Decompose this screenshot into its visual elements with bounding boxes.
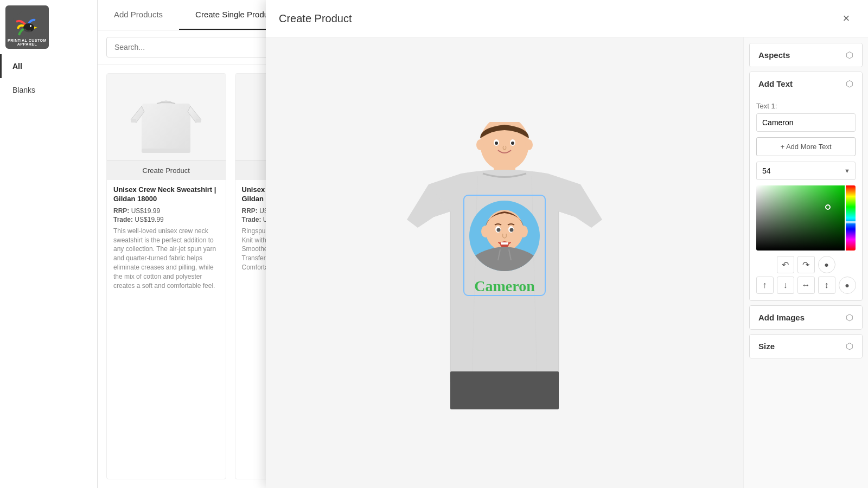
text1-label: Text 1: <box>756 102 856 110</box>
color-picker-dot <box>825 204 831 210</box>
transform-row-1: ↶ ↷ ● <box>777 256 835 273</box>
add-images-section: Add Images ⬡ <box>749 305 863 330</box>
add-images-header[interactable]: Add Images ⬡ <box>750 306 862 329</box>
transform-row-2: ↑ ↓ ↔ ↕ ● <box>756 277 856 294</box>
add-images-icon: ⬡ <box>846 312 853 323</box>
size-title: Size <box>758 342 775 351</box>
add-text-header[interactable]: Add Text ⬡ <box>750 72 862 95</box>
transform-circle-2[interactable]: ● <box>839 277 856 294</box>
svg-rect-20 <box>450 371 559 409</box>
product-preview: Cameron <box>266 37 743 488</box>
svg-point-27 <box>510 228 514 232</box>
size-icon: ⬡ <box>846 341 853 351</box>
modal-title: Create Product <box>279 12 838 25</box>
svg-point-16 <box>511 142 514 145</box>
color-picker[interactable] <box>756 185 856 251</box>
modal-panel: Create Product × <box>266 0 868 488</box>
size-header[interactable]: Size ⬡ <box>750 335 862 358</box>
aspects-section: Aspects ⬡ <box>749 43 863 67</box>
tshirt-preview: Cameron <box>374 122 635 404</box>
add-text-icon: ⬡ <box>846 79 853 89</box>
modal-close-button[interactable]: × <box>838 10 855 27</box>
transform-undo[interactable]: ↶ <box>777 256 794 273</box>
svg-point-15 <box>495 142 498 145</box>
svg-point-30 <box>481 226 490 237</box>
tshirt-svg: Cameron <box>374 122 635 415</box>
modal-overlay: Create Product × <box>0 0 868 488</box>
add-text-title: Add Text <box>758 79 793 88</box>
hue-indicator <box>846 221 856 223</box>
transform-up[interactable]: ↑ <box>756 277 774 294</box>
modal-body: Cameron Aspects ⬡ Add Text ⬡ <box>266 37 868 488</box>
svg-point-18 <box>525 139 533 150</box>
transform-right[interactable]: ↕ <box>818 277 835 294</box>
aspects-header[interactable]: Aspects ⬡ <box>750 43 862 67</box>
aspects-title: Aspects <box>758 50 790 60</box>
transform-controls: ↶ ↷ ● ↑ ↓ ↔ ↕ ● <box>756 256 856 294</box>
transform-down[interactable]: ↓ <box>777 277 794 294</box>
modal-header: Create Product × <box>266 0 868 37</box>
transform-redo[interactable]: ↷ <box>797 256 815 273</box>
transform-left[interactable]: ↔ <box>797 277 815 294</box>
hue-bar[interactable] <box>846 185 856 251</box>
svg-text:Cameron: Cameron <box>474 278 535 294</box>
svg-point-26 <box>497 228 501 232</box>
color-gradient-main[interactable] <box>756 185 845 251</box>
svg-point-31 <box>519 226 528 237</box>
add-images-title: Add Images <box>758 313 805 322</box>
transform-circle-1[interactable]: ● <box>818 256 835 273</box>
text1-input[interactable] <box>756 113 856 132</box>
add-text-section: Add Text ⬡ Text 1: + Add More Text 54 12… <box>749 72 863 301</box>
svg-point-17 <box>476 139 484 150</box>
font-size-wrapper: 54 12 16 20 24 32 48 64 72 <box>756 162 856 180</box>
color-gradient-area[interactable] <box>756 185 856 251</box>
right-panel: Aspects ⬡ Add Text ⬡ Text 1: + Add More … <box>743 37 868 488</box>
aspects-icon: ⬡ <box>846 50 853 60</box>
size-section: Size ⬡ <box>749 334 863 358</box>
font-size-select[interactable]: 54 12 16 20 24 32 48 64 72 <box>756 162 856 180</box>
add-text-body: Text 1: + Add More Text 54 12 16 20 24 3… <box>750 95 862 300</box>
add-more-text-button[interactable]: + Add More Text <box>756 137 856 156</box>
svg-rect-29 <box>501 242 508 245</box>
